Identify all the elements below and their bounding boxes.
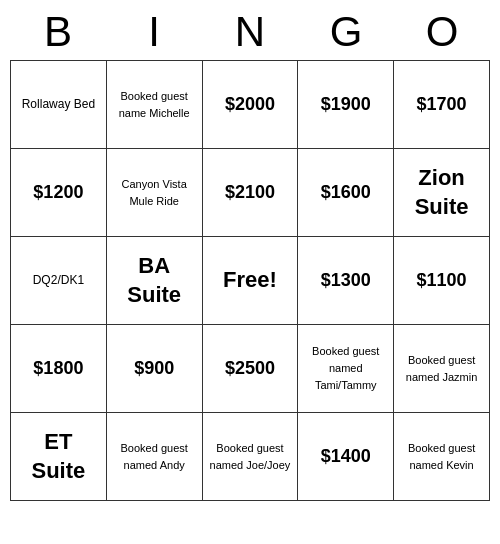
cell-r0-c1: Booked guest name Michelle [106,61,202,149]
cell-r0-c0: Rollaway Bed [11,61,107,149]
cell-r2-c4: $1100 [394,237,490,325]
cell-r0-c3: $1900 [298,61,394,149]
letter-i: I [110,8,198,56]
cell-r2-c3: $1300 [298,237,394,325]
cell-r4-c2: Booked guest named Joe/Joey [202,413,298,501]
cell-r2-c1: BA Suite [106,237,202,325]
cell-r3-c3: Booked guest named Tami/Tammy [298,325,394,413]
cell-r1-c1: Canyon Vista Mule Ride [106,149,202,237]
cell-r4-c3: $1400 [298,413,394,501]
cell-r3-c4: Booked guest named Jazmin [394,325,490,413]
cell-r3-c2: $2500 [202,325,298,413]
letter-o: O [398,8,486,56]
cell-r0-c2: $2000 [202,61,298,149]
cell-r2-c2: Free! [202,237,298,325]
cell-r1-c3: $1600 [298,149,394,237]
letter-g: G [302,8,390,56]
cell-r4-c0: ET Suite [11,413,107,501]
bingo-header: B I N G O [10,0,490,60]
cell-r0-c4: $1700 [394,61,490,149]
cell-r4-c4: Booked guest named Kevin [394,413,490,501]
bingo-grid: Rollaway BedBooked guest name Michelle$2… [10,60,490,501]
letter-b: B [14,8,102,56]
cell-r4-c1: Booked guest named Andy [106,413,202,501]
cell-r1-c0: $1200 [11,149,107,237]
cell-r3-c0: $1800 [11,325,107,413]
cell-r1-c4: Zion Suite [394,149,490,237]
letter-n: N [206,8,294,56]
cell-r2-c0: DQ2/DK1 [11,237,107,325]
cell-r1-c2: $2100 [202,149,298,237]
cell-r3-c1: $900 [106,325,202,413]
